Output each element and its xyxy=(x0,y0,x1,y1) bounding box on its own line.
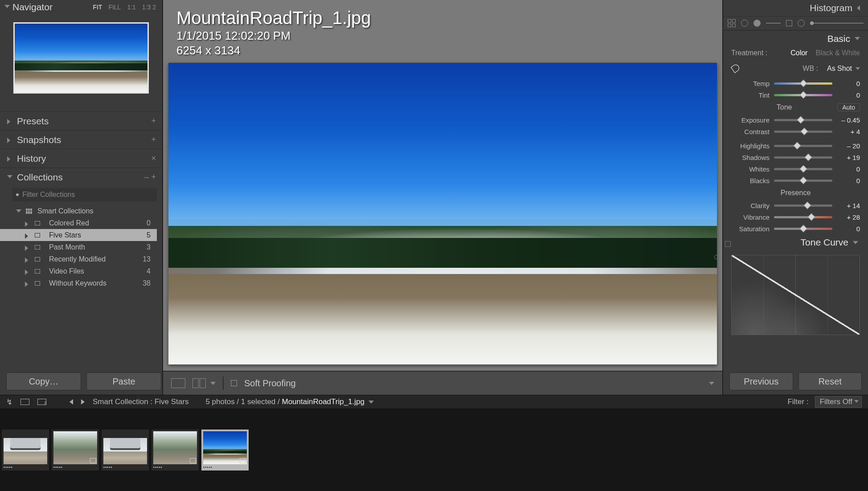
slider-track[interactable] xyxy=(774,205,832,207)
section-snapshots[interactable]: Snapshots + xyxy=(0,130,162,149)
view-loupe-icon[interactable] xyxy=(171,378,185,388)
lights-out-icon[interactable]: ↯ xyxy=(6,397,12,407)
paste-button[interactable]: Paste xyxy=(86,372,161,390)
slider-track[interactable] xyxy=(774,228,832,230)
slider-wh[interactable]: Whites0 xyxy=(723,163,868,175)
treatment-bw[interactable]: Black & White xyxy=(815,49,860,57)
slider-track[interactable] xyxy=(774,156,832,159)
tone-curve-header[interactable]: Tone Curve xyxy=(731,234,866,250)
section-collections[interactable]: Collections – + xyxy=(0,168,162,186)
slider-thumb[interactable] xyxy=(799,165,807,172)
next-photo-icon[interactable] xyxy=(81,399,85,405)
slider-thumb[interactable] xyxy=(799,91,807,98)
chevron-down-icon[interactable] xyxy=(856,67,860,70)
slider-thumb[interactable] xyxy=(799,79,807,87)
zoom-ratio[interactable]: 1:3 2 xyxy=(142,4,156,11)
slider-thumb[interactable] xyxy=(805,153,812,161)
histogram-header[interactable]: Histogram xyxy=(723,0,868,16)
filmstrip-thumb[interactable]: ••••• xyxy=(2,430,49,471)
slider-bl[interactable]: Blacks0 xyxy=(723,175,868,186)
tree-folder-smart-collections[interactable]: Smart Collections xyxy=(0,205,157,217)
tree-item-without-keywords[interactable]: Without Keywords38 xyxy=(0,277,157,289)
slider-vi[interactable]: Vibrance+ 28 xyxy=(723,211,868,223)
brush-size-slider[interactable] xyxy=(810,23,864,24)
slider-hi[interactable]: Highlights– 20 xyxy=(723,140,868,151)
slider-thumb[interactable] xyxy=(807,213,815,221)
tone-curve-target-icon[interactable] xyxy=(714,255,719,259)
breadcrumb[interactable]: Smart Collection : Five Stars xyxy=(93,397,188,406)
filter-collections-input[interactable]: Filter Collections xyxy=(12,188,157,201)
slider-thumb[interactable] xyxy=(803,201,811,209)
tree-item-video-files[interactable]: Video Files4 xyxy=(0,265,157,277)
slider-track[interactable] xyxy=(774,94,832,96)
tree-item-five-stars[interactable]: Five Stars5 xyxy=(0,229,157,241)
auto-tone-button[interactable]: Auto xyxy=(837,103,860,111)
plus-icon[interactable]: + xyxy=(151,172,156,182)
main-photo[interactable] xyxy=(168,63,717,364)
filmstrip[interactable]: ••••••••••••••••••••••••• xyxy=(0,409,868,491)
slider-track[interactable] xyxy=(774,145,832,147)
slider-track[interactable] xyxy=(774,180,832,182)
slider-track[interactable] xyxy=(774,216,832,218)
filmstrip-thumb[interactable]: ••••• xyxy=(102,430,149,471)
slider-exp[interactable]: Exposure– 0.45 xyxy=(723,114,868,126)
minus-icon[interactable]: – xyxy=(144,172,149,182)
filmstrip-thumb[interactable]: ••••• xyxy=(201,430,249,471)
graduated-icon[interactable] xyxy=(786,20,792,26)
previous-button[interactable]: Previous xyxy=(729,372,793,390)
grid-view-icon[interactable] xyxy=(54,398,61,405)
crop-icon[interactable] xyxy=(728,19,736,27)
tone-curve-graph[interactable] xyxy=(731,255,860,335)
view-compare-icon[interactable] xyxy=(192,378,206,388)
slider-thumb[interactable] xyxy=(797,116,805,123)
slider-thumb[interactable] xyxy=(801,127,808,135)
eyedropper-icon[interactable] xyxy=(731,64,741,74)
slider-sh[interactable]: Shadows+ 19 xyxy=(723,151,868,163)
radial-icon[interactable] xyxy=(798,20,805,27)
slider-temp[interactable]: Temp0 xyxy=(723,78,868,89)
slider-cl[interactable]: Clarity+ 14 xyxy=(723,200,868,211)
filter-select[interactable]: Filters Off xyxy=(815,396,862,408)
zoom-fit[interactable]: FIT xyxy=(93,4,102,11)
filmstrip-thumb[interactable]: ••••• xyxy=(151,430,199,471)
slider-track[interactable] xyxy=(774,82,832,85)
slider-thumb[interactable] xyxy=(799,225,807,232)
spot-icon[interactable] xyxy=(741,20,748,27)
chevron-down-icon[interactable] xyxy=(368,401,374,404)
zoom-fill[interactable]: FILL xyxy=(108,4,121,11)
slider-thumb[interactable] xyxy=(794,142,801,149)
tree-item-colored-red[interactable]: Colored Red0 xyxy=(0,217,157,229)
slider-con[interactable]: Contrast+ 4 xyxy=(723,126,868,137)
prev-photo-icon[interactable] xyxy=(70,399,73,405)
redeye-icon[interactable] xyxy=(753,20,761,27)
navigator-thumbnail[interactable] xyxy=(13,22,149,94)
reset-button[interactable]: Reset xyxy=(798,372,862,390)
slider-tint[interactable]: Tint0 xyxy=(723,89,868,101)
section-presets[interactable]: Presets + xyxy=(0,111,162,130)
slider-track[interactable] xyxy=(774,119,832,121)
basic-header[interactable]: Basic xyxy=(723,30,868,46)
second-window-icon[interactable] xyxy=(37,399,46,405)
zoom-1to1[interactable]: 1:1 xyxy=(127,4,135,11)
tone-curve-toggle-icon[interactable] xyxy=(725,241,731,247)
status-filename[interactable]: MountainRoadTrip_1.jpg xyxy=(282,397,364,406)
navigator-header[interactable]: Navigator FIT FILL 1:1 1:3 2 xyxy=(0,0,162,14)
close-icon[interactable]: × xyxy=(151,154,156,163)
toolbar-menu[interactable] xyxy=(709,382,714,385)
tree-item-recently-modified[interactable]: Recently Modified13 xyxy=(0,253,157,265)
plus-icon[interactable]: + xyxy=(151,116,156,126)
treatment-color[interactable]: Color xyxy=(790,49,807,57)
soft-proofing-checkbox[interactable] xyxy=(231,380,237,386)
section-history[interactable]: History × xyxy=(0,149,162,168)
copy-button[interactable]: Copy… xyxy=(6,372,81,390)
chevron-down-icon[interactable] xyxy=(210,382,216,385)
main-window-icon[interactable] xyxy=(20,399,29,405)
slider-sa[interactable]: Saturation0 xyxy=(723,223,868,234)
tree-item-past-month[interactable]: Past Month3 xyxy=(0,241,157,253)
slider-thumb[interactable] xyxy=(799,176,807,184)
plus-icon[interactable]: + xyxy=(151,135,156,144)
wb-preset[interactable]: As Shot xyxy=(827,65,852,73)
slider-track[interactable] xyxy=(774,131,832,133)
slider-track[interactable] xyxy=(774,168,832,170)
filmstrip-thumb[interactable]: ••••• xyxy=(52,430,99,471)
